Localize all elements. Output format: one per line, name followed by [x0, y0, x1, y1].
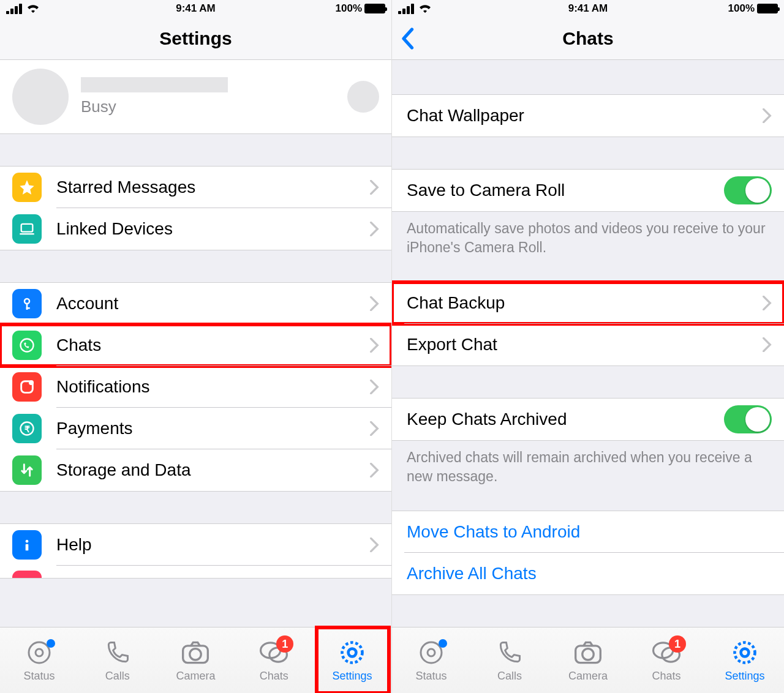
profile-name-placeholder — [81, 77, 228, 92]
tab-camera[interactable]: Camera — [551, 638, 625, 683]
save-camera-toggle[interactable] — [724, 176, 772, 204]
tab-label: Camera — [568, 670, 608, 683]
row-label: Starred Messages — [56, 178, 369, 197]
chats-badge: 1 — [669, 635, 686, 653]
tab-settings[interactable]: Settings — [315, 638, 389, 683]
cutoff-row[interactable] — [0, 566, 391, 578]
laptop-icon — [12, 214, 42, 244]
move-android-row[interactable]: Move Chats to Android — [392, 511, 784, 553]
svg-rect-4 — [26, 307, 30, 309]
back-button[interactable] — [401, 28, 414, 50]
tab-chats[interactable]: 1 Chats — [630, 638, 703, 683]
phone-icon — [496, 638, 523, 667]
row-label: Keep Chats Archived — [407, 410, 724, 429]
whatsapp-icon — [12, 331, 42, 360]
row-label: Move Chats to Android — [407, 522, 772, 542]
account-row[interactable]: Account — [0, 283, 391, 324]
keep-archived-row[interactable]: Keep Chats Archived — [392, 399, 784, 440]
wifi-icon — [418, 3, 432, 14]
svg-rect-11 — [26, 544, 29, 551]
row-label: Archive All Chats — [407, 564, 772, 583]
row-label: Storage and Data — [56, 460, 369, 480]
phone-icon — [104, 638, 131, 667]
svg-rect-1 — [20, 233, 34, 234]
chevron-right-icon — [369, 421, 379, 436]
tab-status[interactable]: Status — [2, 638, 76, 683]
export-chat-row[interactable]: Export Chat — [392, 324, 784, 365]
qr-icon[interactable] — [347, 81, 379, 113]
data-arrows-icon — [12, 455, 42, 485]
svg-point-15 — [190, 649, 201, 660]
linked-devices-row[interactable]: Linked Devices — [0, 208, 391, 250]
row-label: Payments — [56, 419, 369, 438]
save-camera-roll-row[interactable]: Save to Camera Roll — [392, 170, 784, 211]
keep-archived-footer: Archived chats will remain archived when… — [392, 441, 784, 486]
row-label: Chat Wallpaper — [407, 106, 762, 125]
chevron-right-icon — [762, 296, 772, 310]
settings-screen: 9:41 AM 100% Settings Busy — [0, 0, 392, 693]
tab-label: Calls — [105, 670, 130, 683]
status-dot-badge — [47, 639, 55, 648]
chevron-right-icon — [369, 380, 379, 394]
svg-point-7 — [29, 380, 34, 385]
svg-point-23 — [582, 649, 594, 660]
tab-calls[interactable]: Calls — [473, 638, 546, 683]
notification-icon — [12, 372, 42, 402]
chats-settings-screen: 9:41 AM 100% Chats Chat Wallpaper Save — [392, 0, 784, 693]
chevron-right-icon — [762, 108, 772, 123]
chevron-right-icon — [369, 338, 379, 353]
chevron-right-icon — [369, 222, 379, 236]
tab-label: Chats — [652, 670, 680, 683]
nav-bar: Chats — [392, 17, 784, 60]
battery-percent: 100% — [728, 2, 755, 15]
chevron-right-icon — [369, 296, 379, 311]
row-label: Help — [56, 535, 369, 555]
tab-label: Status — [415, 670, 447, 683]
battery-icon — [757, 4, 778, 13]
row-label: Chats — [56, 335, 369, 355]
heart-icon — [12, 571, 42, 578]
profile-row[interactable]: Busy — [0, 60, 391, 134]
row-label: Chat Backup — [407, 293, 762, 313]
rupee-icon: ₹ — [12, 414, 42, 443]
notifications-row[interactable]: Notifications — [0, 366, 391, 408]
chevron-right-icon — [369, 538, 379, 552]
status-bar: 9:41 AM 100% — [392, 0, 784, 17]
chats-row[interactable]: Chats — [0, 324, 391, 366]
profile-status: Busy — [81, 97, 347, 116]
starred-messages-row[interactable]: Starred Messages — [0, 167, 391, 208]
tab-settings[interactable]: Settings — [708, 638, 782, 683]
tab-camera[interactable]: Camera — [159, 638, 232, 683]
tab-chats[interactable]: 1 Chats — [237, 638, 311, 683]
svg-rect-0 — [21, 224, 33, 232]
row-label: Linked Devices — [56, 219, 369, 239]
battery-icon — [364, 4, 385, 13]
chat-wallpaper-row[interactable]: Chat Wallpaper — [392, 95, 784, 137]
tab-calls[interactable]: Calls — [81, 638, 154, 683]
tab-label: Chats — [260, 670, 288, 683]
svg-point-5 — [21, 339, 34, 352]
svg-point-2 — [24, 299, 29, 304]
chevron-right-icon — [369, 463, 379, 478]
chat-backup-row[interactable]: Chat Backup — [392, 282, 784, 324]
tab-label: Settings — [333, 670, 372, 683]
keep-archived-toggle[interactable] — [724, 405, 772, 433]
gear-icon — [339, 638, 366, 667]
help-row[interactable]: Help — [0, 524, 391, 566]
svg-point-21 — [428, 649, 435, 656]
svg-text:₹: ₹ — [24, 424, 30, 434]
avatar — [12, 69, 69, 125]
payments-row[interactable]: ₹ Payments — [0, 408, 391, 449]
page-title: Chats — [562, 28, 613, 49]
archive-all-row[interactable]: Archive All Chats — [392, 553, 784, 594]
camera-icon — [181, 638, 210, 667]
row-label: Export Chat — [407, 335, 762, 354]
tab-label: Status — [23, 670, 55, 683]
storage-row[interactable]: Storage and Data — [0, 449, 391, 491]
status-dot-badge — [439, 639, 447, 648]
row-label: Account — [56, 294, 369, 313]
status-time: 9:41 AM — [176, 2, 216, 15]
chevron-right-icon — [762, 337, 772, 352]
tab-status[interactable]: Status — [394, 638, 468, 683]
tab-bar: Status Calls Camera 1 Chats — [0, 627, 391, 693]
